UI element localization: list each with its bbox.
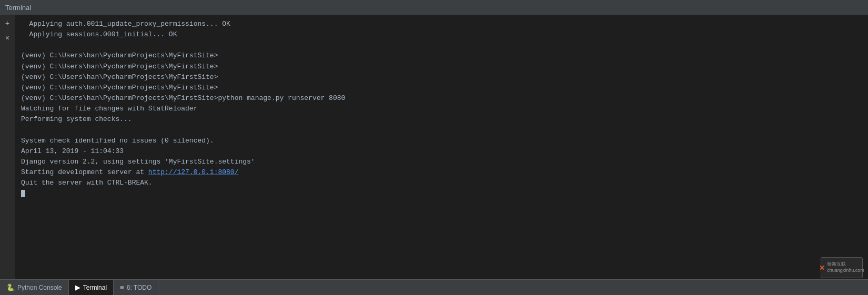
terminal-line: Performing system checks... [21, 114, 862, 125]
terminal-tab-icon: ▶ [75, 283, 80, 291]
terminal-line: Django version 2.2, using settings 'MyFi… [21, 157, 862, 167]
tab-terminal[interactable]: ▶Terminal [69, 280, 114, 295]
terminal-line: (venv) C:\Users\han\PycharmProjects\MyFi… [21, 72, 862, 83]
todo-tab-label: 6: TODO [127, 284, 152, 291]
terminal-line: (venv) C:\Users\han\PycharmProjects\MyFi… [21, 83, 862, 93]
terminal-cursor-line [21, 188, 862, 199]
title-bar: Terminal [0, 0, 868, 15]
terminal-line: (venv) C:\Users\han\PycharmProjects\MyFi… [21, 93, 862, 104]
sidebar-buttons: + × [0, 15, 15, 279]
terminal-line: System check identified no issues (0 sil… [21, 136, 862, 146]
terminal-line: Applying sessions.0001_initial... OK [21, 29, 862, 40]
watermark-badge: ✕ 创新互联 chuangxinhu.com [821, 257, 863, 278]
terminal-line-empty [21, 40, 862, 50]
python-console-tab-icon: 🐍 [6, 283, 15, 291]
terminal-line: Watching for file changes with StatReloa… [21, 104, 862, 114]
tab-todo[interactable]: ≡6: TODO [114, 280, 158, 295]
terminal-body: + × Applying auth.0011_update_proxy_perm… [0, 15, 868, 279]
terminal-wrapper: Terminal + × Applying auth.0011_update_p… [0, 0, 868, 295]
add-session-button[interactable]: + [2, 18, 13, 29]
close-session-button[interactable]: × [2, 33, 13, 44]
terminal-line: April 13, 2019 - 11:04:33 [21, 146, 862, 157]
terminal-line: Applying auth.0011_update_proxy_permissi… [21, 19, 862, 29]
terminal-line: Quit the server with CTRL-BREAK. [21, 178, 862, 188]
bottom-tabs: 🐍Python Console▶Terminal≡6: TODO [0, 279, 868, 295]
watermark-text: 创新互联 chuangxinhu.com [827, 261, 864, 273]
title-label: Terminal [5, 4, 31, 12]
terminal-line-empty [21, 125, 862, 135]
terminal-output[interactable]: Applying auth.0011_update_proxy_permissi… [15, 15, 868, 279]
terminal-line: (venv) C:\Users\han\PycharmProjects\MyFi… [21, 50, 862, 61]
terminal-line: (venv) C:\Users\han\PycharmProjects\MyFi… [21, 62, 862, 72]
terminal-tab-label: Terminal [83, 284, 107, 291]
python-console-tab-label: Python Console [17, 284, 62, 291]
todo-tab-icon: ≡ [120, 283, 124, 291]
terminal-line: Starting development server at http://12… [21, 167, 862, 178]
server-url-link[interactable]: http://127.0.0.1:8080/ [148, 168, 239, 176]
tab-python-console[interactable]: 🐍Python Console [0, 280, 69, 295]
watermark-icon: ✕ [819, 264, 825, 272]
